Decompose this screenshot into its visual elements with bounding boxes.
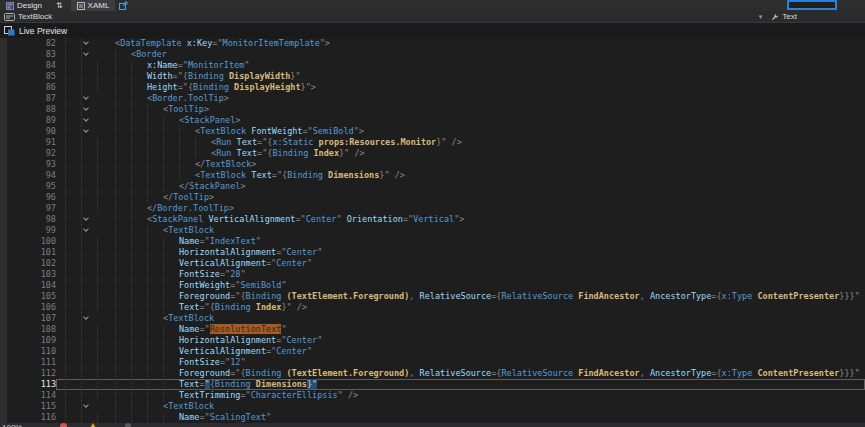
code-line-108[interactable]: 108Name="ResolutionText" <box>0 324 865 335</box>
code-editor[interactable]: 82<DataTemplate x:Key="MonitorItemTempla… <box>0 38 865 423</box>
code-line-114[interactable]: 114TextTrimming="CharacterEllipsis" /> <box>0 390 865 401</box>
line-number[interactable]: 85 <box>0 71 56 82</box>
tab-design[interactable]: Design <box>0 0 48 11</box>
line-number[interactable]: 92 <box>0 148 56 159</box>
code-text[interactable]: FontWeight="SemiBold" <box>115 280 865 291</box>
code-line-99[interactable]: 99<TextBlock <box>0 225 865 236</box>
code-text[interactable]: Name="ScalingText" <box>115 412 865 423</box>
code-text[interactable]: </TextBlock> <box>115 159 865 170</box>
line-number[interactable]: 111 <box>0 357 56 368</box>
code-text[interactable]: x:Name="MonitorItem" <box>115 60 865 71</box>
line-number[interactable]: 116 <box>0 412 56 423</box>
breadcrumb-element-label[interactable]: TextBlock <box>18 12 52 21</box>
fold-chevron-icon[interactable] <box>83 39 89 45</box>
code-text[interactable]: Foreground="{Binding (TextElement.Foregr… <box>115 368 865 379</box>
code-line-92[interactable]: 92<Run Text="{Binding Index}" /> <box>0 148 865 159</box>
line-number[interactable]: 110 <box>0 346 56 357</box>
code-line-96[interactable]: 96</ToolTip> <box>0 192 865 203</box>
fold-margin[interactable] <box>56 302 115 313</box>
code-line-111[interactable]: 111FontSize="12" <box>0 357 865 368</box>
line-number[interactable]: 89 <box>0 115 56 126</box>
design-preview-thumbnail[interactable] <box>787 0 837 10</box>
fold-margin[interactable] <box>56 148 115 159</box>
code-line-110[interactable]: 110VerticalAlignment="Center" <box>0 346 865 357</box>
code-text[interactable]: <Run Text="{Binding Index}" /> <box>115 148 865 159</box>
fold-margin[interactable] <box>56 192 115 203</box>
code-line-113[interactable]: 113Text="{Binding Dimensions}" <box>0 379 865 390</box>
code-line-91[interactable]: 91<Run Text="{x:Static props:Resources.M… <box>0 137 865 148</box>
fold-margin[interactable] <box>56 379 115 390</box>
code-text[interactable]: <TextBlock <box>115 401 865 412</box>
code-line-106[interactable]: 106Text="{Binding Index}" /> <box>0 302 865 313</box>
code-text[interactable]: <Run Text="{x:Static props:Resources.Mon… <box>115 137 865 148</box>
fold-margin[interactable] <box>56 412 115 423</box>
code-line-83[interactable]: 83<Border <box>0 49 865 60</box>
line-number[interactable]: 103 <box>0 269 56 280</box>
line-number[interactable]: 101 <box>0 247 56 258</box>
code-text[interactable]: Name="IndexText" <box>115 236 865 247</box>
code-line-87[interactable]: 87<Border.ToolTip> <box>0 93 865 104</box>
fold-margin[interactable] <box>56 203 115 214</box>
line-number[interactable]: 100 <box>0 236 56 247</box>
code-line-88[interactable]: 88<ToolTip> <box>0 104 865 115</box>
code-text[interactable]: Text="{Binding Dimensions}" <box>115 379 865 390</box>
code-line-105[interactable]: 105Foreground="{Binding (TextElement.For… <box>0 291 865 302</box>
code-line-86[interactable]: 86Height="{Binding DisplayHeight}"> <box>0 82 865 93</box>
code-line-84[interactable]: 84x:Name="MonitorItem" <box>0 60 865 71</box>
code-line-95[interactable]: 95</StackPanel> <box>0 181 865 192</box>
fold-margin[interactable] <box>56 335 115 346</box>
code-line-109[interactable]: 109HorizontalAlignment="Center" <box>0 335 865 346</box>
code-text[interactable]: <Border <box>115 49 865 60</box>
line-number[interactable]: 93 <box>0 159 56 170</box>
swap-panes-icon[interactable]: ⇅ <box>48 1 71 10</box>
line-number[interactable]: 87 <box>0 93 56 104</box>
code-text[interactable]: Name="ResolutionText" <box>115 324 865 335</box>
popout-window-icon[interactable] <box>119 1 128 10</box>
line-number[interactable]: 113 <box>0 379 56 390</box>
line-number[interactable]: 83 <box>0 49 56 60</box>
line-number[interactable]: 105 <box>0 291 56 302</box>
code-line-103[interactable]: 103FontSize="28" <box>0 269 865 280</box>
code-line-100[interactable]: 100Name="IndexText" <box>0 236 865 247</box>
fold-margin[interactable] <box>56 115 115 126</box>
line-number[interactable]: 114 <box>0 390 56 401</box>
code-text[interactable]: VerticalAlignment="Center" <box>115 258 865 269</box>
line-number[interactable]: 99 <box>0 225 56 236</box>
code-text[interactable]: FontSize="12" <box>115 357 865 368</box>
code-text[interactable]: <StackPanel> <box>115 115 865 126</box>
fold-margin[interactable] <box>56 324 115 335</box>
line-number[interactable]: 107 <box>0 313 56 324</box>
fold-chevron-icon[interactable] <box>83 402 89 408</box>
code-line-98[interactable]: 98<StackPanel VerticalAlignment="Center"… <box>0 214 865 225</box>
fold-chevron-icon[interactable] <box>83 215 89 221</box>
fold-margin[interactable] <box>56 170 115 181</box>
fold-chevron-icon[interactable] <box>83 94 89 100</box>
fold-margin[interactable] <box>56 313 115 324</box>
code-line-93[interactable]: 93</TextBlock> <box>0 159 865 170</box>
code-text[interactable]: </Border.ToolTip> <box>115 203 865 214</box>
code-text[interactable]: Height="{Binding DisplayHeight}"> <box>115 82 865 93</box>
fold-margin[interactable] <box>56 258 115 269</box>
fold-margin[interactable] <box>56 269 115 280</box>
code-line-101[interactable]: 101HorizontalAlignment="Center" <box>0 247 865 258</box>
fold-margin[interactable] <box>56 71 115 82</box>
fold-margin[interactable] <box>56 38 115 49</box>
code-text[interactable]: <TextBlock FontWeight="SemiBold"> <box>115 126 865 137</box>
line-number[interactable]: 95 <box>0 181 56 192</box>
line-number[interactable]: 94 <box>0 170 56 181</box>
code-text[interactable]: TextTrimming="CharacterEllipsis" /> <box>115 390 865 401</box>
code-line-102[interactable]: 102VerticalAlignment="Center" <box>0 258 865 269</box>
code-line-94[interactable]: 94<TextBlock Text="{Binding Dimensions}"… <box>0 170 865 181</box>
fold-chevron-icon[interactable] <box>83 314 89 320</box>
fold-margin[interactable] <box>56 225 115 236</box>
fold-margin[interactable] <box>56 247 115 258</box>
line-number[interactable]: 104 <box>0 280 56 291</box>
fold-margin[interactable] <box>56 357 115 368</box>
fold-margin[interactable] <box>56 181 115 192</box>
code-text[interactable]: Text="{Binding Index}" /> <box>115 302 865 313</box>
code-text[interactable]: <TextBlock <box>115 225 865 236</box>
code-text[interactable]: FontSize="28" <box>115 269 865 280</box>
code-text[interactable]: Width="{Binding DisplayWidth}" <box>115 71 865 82</box>
line-number[interactable]: 108 <box>0 324 56 335</box>
line-number[interactable]: 98 <box>0 214 56 225</box>
